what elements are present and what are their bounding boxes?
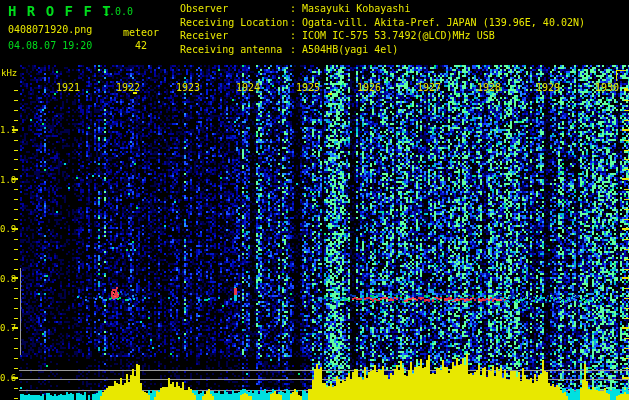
freq-tick-label: 0.8 — [0, 274, 14, 284]
info-row: Observer: Masayuki Kobayashi — [180, 3, 410, 14]
info-label: Receiver — [180, 30, 290, 41]
minute-tick — [624, 88, 628, 90]
info-row: Receiving antenna: A504HB(yagi 4el) — [180, 44, 398, 55]
app-title: H R O F F T — [8, 3, 112, 19]
meteor-count: 42 — [135, 40, 147, 51]
output-filename: 0408071920.png — [8, 24, 92, 35]
mode-label: meteor — [123, 27, 159, 38]
cursor-bracket-mark — [616, 70, 626, 81]
time-tick-label: 1928 — [477, 82, 501, 93]
info-value: : Masayuki Kobayashi — [290, 3, 410, 14]
app-version: 1.0.0 — [103, 6, 133, 17]
info-row: Receiver: ICOM IC-575 53.7492(@LCD)MHz U… — [180, 30, 495, 41]
time-tick-label: 1930 — [595, 82, 619, 93]
time-tick-label: 1929 — [536, 82, 560, 93]
time-tick-label: 1925 — [296, 82, 320, 93]
freq-tick-label: 1.0 — [0, 175, 14, 185]
info-label: Receiving antenna — [180, 44, 290, 55]
time-tick-label: 1923 — [176, 82, 200, 93]
date-time: 04.08.07 19:20 — [8, 40, 92, 51]
freq-tick-label: 0.9 — [0, 224, 14, 234]
time-tick-label: 1926 — [357, 82, 381, 93]
freq-tick-label: 0.6 — [0, 373, 14, 383]
info-row: Receiving Location: Ogata-vill. Akita-Pr… — [180, 17, 585, 28]
hrofft-screen: H R O F F T 1.0.0 0408071920.png meteor … — [0, 0, 629, 400]
info-value: : Ogata-vill. Akita-Pref. JAPAN (139.96E… — [290, 17, 585, 28]
info-value: : A504HB(yagi 4el) — [290, 44, 398, 55]
time-tick-label: 1927 — [417, 82, 441, 93]
info-value: : ICOM IC-575 53.7492(@LCD)MHz USB — [290, 30, 495, 41]
info-label: Observer — [180, 3, 290, 14]
info-label: Receiving Location — [180, 17, 290, 28]
time-tick-label: 1921 — [56, 82, 80, 93]
minute-tick — [133, 92, 137, 94]
y-axis-unit-label: kHz — [1, 68, 17, 78]
freq-tick-label: 1.1 — [0, 125, 14, 135]
time-tick-label: 1924 — [236, 82, 260, 93]
minute-tick — [328, 93, 332, 95]
spectrogram-canvas — [0, 0, 629, 400]
freq-tick-label: 0.7 — [0, 323, 14, 333]
